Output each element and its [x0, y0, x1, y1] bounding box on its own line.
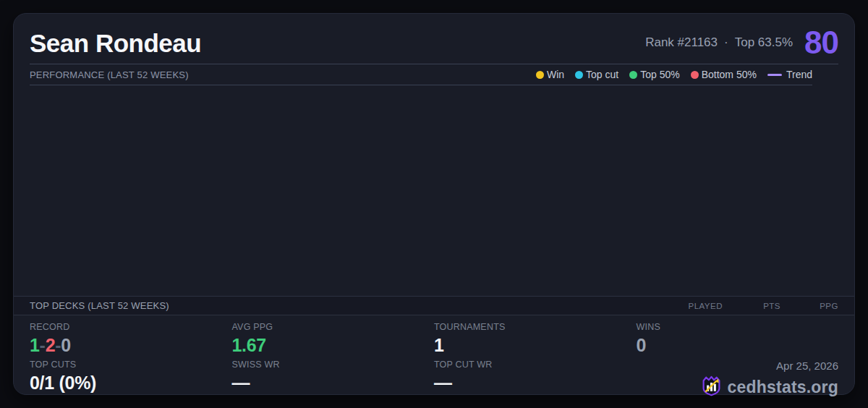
- performance-title: PERFORMANCE (LAST 52 WEEKS): [30, 69, 189, 80]
- top-percent-text: Top 63.5%: [735, 35, 793, 50]
- record-value: 1-2-0: [30, 335, 232, 356]
- cedhstats-logo-icon: [701, 375, 722, 400]
- legend-item-trend: Trend: [767, 69, 812, 80]
- legend-item-win: Win: [536, 69, 564, 80]
- top-cut-dot-icon: [575, 71, 583, 79]
- rank-separator-dot: ·: [724, 35, 728, 50]
- stat-label: AVG PPG: [232, 322, 435, 333]
- stat-label: WINS: [637, 322, 839, 333]
- top-50-dot-icon: [629, 71, 637, 79]
- brand-lockup: cedhstats.org: [701, 375, 838, 400]
- legend-item-top-50: Top 50%: [629, 69, 679, 80]
- player-stats-card: Sean Rondeau Rank #21163 · Top 63.5% 80 …: [13, 13, 855, 395]
- swiss-wr-value: —: [232, 373, 435, 394]
- legend-label: Top cut: [586, 69, 618, 80]
- stat-label: TOP CUT WR: [434, 360, 637, 371]
- record-separator: -: [40, 335, 46, 355]
- rank-line: Rank #21163 · Top 63.5%: [645, 35, 793, 50]
- stat-label: RECORD: [30, 322, 232, 333]
- legend-label: Win: [547, 69, 564, 80]
- top-decks-header-row: TOP DECKS (LAST 52 WEEKS) PLAYED PTS PPG: [14, 296, 854, 315]
- column-header-played: PLAYED: [665, 302, 723, 310]
- stat-top-cut-wr: TOP CUT WR —: [434, 360, 637, 397]
- footer-meta: Apr 25, 2026 cedhstats.org: [637, 360, 839, 397]
- record-losses: 2: [46, 335, 56, 355]
- trend-line-icon: [767, 74, 782, 76]
- legend-item-bottom-50: Bottom 50%: [691, 69, 757, 80]
- card-date: Apr 25, 2026: [776, 360, 838, 373]
- legend-label: Top 50%: [640, 69, 679, 80]
- stat-swiss-wr: SWISS WR —: [232, 360, 435, 397]
- stat-wins: WINS 0: [637, 322, 839, 360]
- stat-avg-ppg: AVG PPG 1.67: [232, 322, 435, 360]
- avg-ppg-value: 1.67: [232, 335, 435, 356]
- player-name: Sean Rondeau: [30, 31, 201, 55]
- brand-text: cedhstats.org: [728, 378, 838, 397]
- wins-value: 0: [637, 335, 839, 356]
- column-header-ppg: PPG: [780, 302, 838, 310]
- player-score: 80: [804, 30, 838, 55]
- stat-top-cuts: TOP CUTS 0/1 (0%): [30, 360, 232, 397]
- record-wins: 1: [30, 335, 40, 355]
- column-header-pts: PTS: [723, 302, 780, 310]
- tournaments-value: 1: [434, 335, 637, 356]
- win-dot-icon: [536, 71, 544, 79]
- performance-header-row: PERFORMANCE (LAST 52 WEEKS) Win Top cut …: [30, 64, 812, 85]
- top-cuts-value: 0/1 (0%): [30, 373, 232, 394]
- performance-chart-plot-area: [30, 85, 838, 296]
- bottom-50-dot-icon: [691, 71, 699, 79]
- top-decks-title: TOP DECKS (LAST 52 WEEKS): [30, 300, 169, 311]
- rank-text: Rank #21163: [645, 35, 718, 50]
- stat-label: SWISS WR: [232, 360, 435, 371]
- legend-item-top-cut: Top cut: [575, 69, 618, 80]
- stat-label: TOP CUTS: [30, 360, 232, 371]
- stat-tournaments: TOURNAMENTS 1: [434, 322, 637, 360]
- top-cut-wr-value: —: [434, 373, 637, 394]
- record-draws: 0: [61, 335, 71, 355]
- chart-legend: Win Top cut Top 50% Bottom 50% Trend: [536, 69, 812, 80]
- stats-grid: RECORD 1-2-0 AVG PPG 1.67 TOURNAMENTS 1 …: [30, 315, 838, 397]
- legend-label: Trend: [786, 69, 812, 80]
- stat-record: RECORD 1-2-0: [30, 322, 232, 360]
- card-header: Sean Rondeau Rank #21163 · Top 63.5% 80: [30, 14, 838, 64]
- header-right: Rank #21163 · Top 63.5% 80: [645, 30, 838, 55]
- stat-label: TOURNAMENTS: [434, 322, 637, 333]
- top-decks-column-headers: PLAYED PTS PPG: [665, 302, 838, 310]
- legend-label: Bottom 50%: [702, 69, 757, 80]
